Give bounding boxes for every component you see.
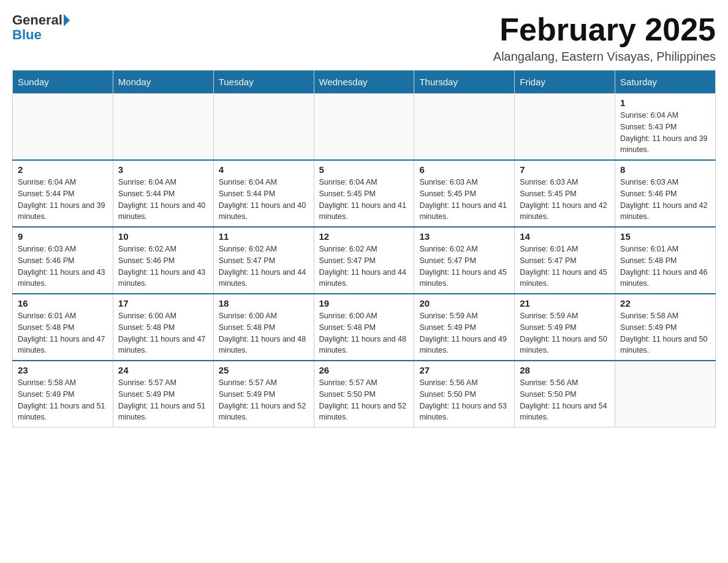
logo-blue-text: Blue <box>12 27 42 43</box>
calendar-cell: 10Sunrise: 6:02 AMSunset: 5:46 PMDayligh… <box>113 227 213 294</box>
calendar-cell: 26Sunrise: 5:57 AMSunset: 5:50 PMDayligh… <box>314 361 414 427</box>
day-info: Sunrise: 6:04 AMSunset: 5:44 PMDaylight:… <box>118 177 208 223</box>
calendar-cell <box>113 94 213 161</box>
calendar-cell: 8Sunrise: 6:03 AMSunset: 5:46 PMDaylight… <box>615 160 716 227</box>
calendar-header-row: SundayMondayTuesdayWednesdayThursdayFrid… <box>13 71 716 94</box>
calendar-cell: 27Sunrise: 5:56 AMSunset: 5:50 PMDayligh… <box>414 361 515 427</box>
day-number: 17 <box>118 298 208 308</box>
location-subtitle: Alangalang, Eastern Visayas, Philippines <box>493 50 716 64</box>
day-info: Sunrise: 6:03 AMSunset: 5:45 PMDaylight:… <box>419 177 509 223</box>
day-number: 11 <box>219 231 309 242</box>
calendar-cell <box>615 361 716 427</box>
calendar-cell: 4Sunrise: 6:04 AMSunset: 5:44 PMDaylight… <box>213 160 314 227</box>
calendar-cell <box>314 94 414 161</box>
logo-arrow-icon <box>64 14 70 26</box>
calendar-cell: 5Sunrise: 6:04 AMSunset: 5:45 PMDaylight… <box>314 160 414 227</box>
day-info: Sunrise: 6:02 AMSunset: 5:47 PMDaylight:… <box>419 243 509 289</box>
month-title: February 2025 <box>493 12 716 47</box>
calendar-week-row-4: 16Sunrise: 6:01 AMSunset: 5:48 PMDayligh… <box>13 294 716 361</box>
calendar-cell <box>213 94 314 161</box>
calendar-header-friday: Friday <box>515 71 615 94</box>
calendar-cell: 23Sunrise: 5:58 AMSunset: 5:49 PMDayligh… <box>13 361 113 427</box>
day-number: 8 <box>620 164 710 175</box>
day-number: 13 <box>419 231 509 242</box>
day-info: Sunrise: 6:02 AMSunset: 5:46 PMDaylight:… <box>118 243 208 289</box>
day-info: Sunrise: 6:03 AMSunset: 5:46 PMDaylight:… <box>620 177 710 223</box>
day-info: Sunrise: 5:59 AMSunset: 5:49 PMDaylight:… <box>419 310 509 356</box>
calendar-cell: 24Sunrise: 5:57 AMSunset: 5:49 PMDayligh… <box>113 361 213 427</box>
day-number: 10 <box>118 231 208 242</box>
day-info: Sunrise: 6:01 AMSunset: 5:47 PMDaylight:… <box>520 243 610 289</box>
day-number: 12 <box>319 231 409 242</box>
day-number: 7 <box>520 164 610 175</box>
day-info: Sunrise: 5:56 AMSunset: 5:50 PMDaylight:… <box>419 377 509 423</box>
day-number: 4 <box>219 164 309 175</box>
day-number: 22 <box>620 298 710 308</box>
day-info: Sunrise: 6:00 AMSunset: 5:48 PMDaylight:… <box>219 310 309 356</box>
calendar-cell: 2Sunrise: 6:04 AMSunset: 5:44 PMDaylight… <box>13 160 113 227</box>
day-number: 18 <box>219 298 309 308</box>
day-number: 3 <box>118 164 208 175</box>
day-info: Sunrise: 6:04 AMSunset: 5:44 PMDaylight:… <box>219 177 309 223</box>
calendar-cell: 20Sunrise: 5:59 AMSunset: 5:49 PMDayligh… <box>414 294 515 361</box>
calendar-cell: 13Sunrise: 6:02 AMSunset: 5:47 PMDayligh… <box>414 227 515 294</box>
calendar-cell: 16Sunrise: 6:01 AMSunset: 5:48 PMDayligh… <box>13 294 113 361</box>
day-info: Sunrise: 5:56 AMSunset: 5:50 PMDaylight:… <box>520 377 610 423</box>
calendar-header-wednesday: Wednesday <box>314 71 414 94</box>
calendar-cell: 1Sunrise: 6:04 AMSunset: 5:43 PMDaylight… <box>615 94 716 161</box>
calendar-header-thursday: Thursday <box>414 71 515 94</box>
calendar-cell: 3Sunrise: 6:04 AMSunset: 5:44 PMDaylight… <box>113 160 213 227</box>
day-info: Sunrise: 5:57 AMSunset: 5:49 PMDaylight:… <box>219 377 309 423</box>
day-info: Sunrise: 6:04 AMSunset: 5:45 PMDaylight:… <box>319 177 409 223</box>
day-number: 25 <box>219 365 309 375</box>
day-number: 28 <box>520 365 610 375</box>
calendar-header-tuesday: Tuesday <box>213 71 314 94</box>
day-info: Sunrise: 6:01 AMSunset: 5:48 PMDaylight:… <box>620 243 710 289</box>
day-number: 20 <box>419 298 509 308</box>
calendar-cell: 12Sunrise: 6:02 AMSunset: 5:47 PMDayligh… <box>314 227 414 294</box>
calendar-table: SundayMondayTuesdayWednesdayThursdayFrid… <box>12 70 716 427</box>
day-info: Sunrise: 5:58 AMSunset: 5:49 PMDaylight:… <box>18 377 108 423</box>
calendar-header-sunday: Sunday <box>13 71 113 94</box>
day-number: 26 <box>319 365 409 375</box>
day-number: 5 <box>319 164 409 175</box>
title-block: February 2025 Alangalang, Eastern Visaya… <box>493 12 716 64</box>
day-number: 23 <box>18 365 108 375</box>
calendar-cell: 19Sunrise: 6:00 AMSunset: 5:48 PMDayligh… <box>314 294 414 361</box>
calendar-week-row-1: 1Sunrise: 6:04 AMSunset: 5:43 PMDaylight… <box>13 94 716 161</box>
calendar-cell: 7Sunrise: 6:03 AMSunset: 5:45 PMDaylight… <box>515 160 615 227</box>
day-number: 15 <box>620 231 710 242</box>
calendar-cell: 11Sunrise: 6:02 AMSunset: 5:47 PMDayligh… <box>213 227 314 294</box>
logo-general-text: General <box>12 12 63 28</box>
day-info: Sunrise: 6:04 AMSunset: 5:43 PMDaylight:… <box>620 110 710 156</box>
calendar-header-saturday: Saturday <box>615 71 716 94</box>
calendar-cell: 9Sunrise: 6:03 AMSunset: 5:46 PMDaylight… <box>13 227 113 294</box>
day-number: 27 <box>419 365 509 375</box>
calendar-week-row-5: 23Sunrise: 5:58 AMSunset: 5:49 PMDayligh… <box>13 361 716 427</box>
day-info: Sunrise: 6:00 AMSunset: 5:48 PMDaylight:… <box>118 310 208 356</box>
calendar-cell: 25Sunrise: 5:57 AMSunset: 5:49 PMDayligh… <box>213 361 314 427</box>
day-number: 1 <box>620 98 710 108</box>
calendar-cell: 6Sunrise: 6:03 AMSunset: 5:45 PMDaylight… <box>414 160 515 227</box>
day-info: Sunrise: 6:00 AMSunset: 5:48 PMDaylight:… <box>319 310 409 356</box>
day-info: Sunrise: 6:03 AMSunset: 5:46 PMDaylight:… <box>18 243 108 289</box>
calendar-cell <box>515 94 615 161</box>
day-number: 19 <box>319 298 409 308</box>
day-number: 6 <box>419 164 509 175</box>
day-info: Sunrise: 6:04 AMSunset: 5:44 PMDaylight:… <box>18 177 108 223</box>
calendar-header-monday: Monday <box>113 71 213 94</box>
calendar-cell <box>414 94 515 161</box>
calendar-cell: 22Sunrise: 5:58 AMSunset: 5:49 PMDayligh… <box>615 294 716 361</box>
day-info: Sunrise: 5:58 AMSunset: 5:49 PMDaylight:… <box>620 310 710 356</box>
day-info: Sunrise: 5:59 AMSunset: 5:49 PMDaylight:… <box>520 310 610 356</box>
day-info: Sunrise: 6:03 AMSunset: 5:45 PMDaylight:… <box>520 177 610 223</box>
calendar-cell: 28Sunrise: 5:56 AMSunset: 5:50 PMDayligh… <box>515 361 615 427</box>
day-info: Sunrise: 6:01 AMSunset: 5:48 PMDaylight:… <box>18 310 108 356</box>
day-number: 2 <box>18 164 108 175</box>
calendar-cell <box>13 94 113 161</box>
day-info: Sunrise: 6:02 AMSunset: 5:47 PMDaylight:… <box>319 243 409 289</box>
day-number: 16 <box>18 298 108 308</box>
day-info: Sunrise: 5:57 AMSunset: 5:49 PMDaylight:… <box>118 377 208 423</box>
calendar-cell: 21Sunrise: 5:59 AMSunset: 5:49 PMDayligh… <box>515 294 615 361</box>
calendar-week-row-2: 2Sunrise: 6:04 AMSunset: 5:44 PMDaylight… <box>13 160 716 227</box>
